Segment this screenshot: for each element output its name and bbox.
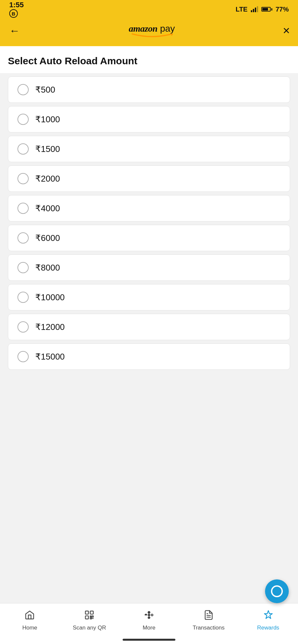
options-container: ₹500₹1000₹1500₹2000₹4000₹6000₹8000₹10000… [0, 73, 298, 577]
battery-label: 77% [276, 6, 289, 13]
radio-button-3[interactable] [17, 143, 29, 155]
transactions-icon [203, 610, 214, 623]
option-item-5[interactable]: ₹4000 [8, 195, 290, 221]
nav-item-more[interactable]: More [119, 610, 179, 631]
option-label-9: ₹12000 [35, 322, 65, 332]
network-label: LTE [236, 6, 248, 13]
home-icon [24, 610, 35, 623]
option-item-8[interactable]: ₹10000 [8, 284, 290, 310]
radio-button-2[interactable] [17, 114, 29, 125]
option-label-4: ₹2000 [35, 174, 60, 184]
radio-button-4[interactable] [17, 173, 29, 184]
amazon-smile-icon [129, 33, 175, 38]
radio-button-8[interactable] [17, 292, 29, 303]
back-button[interactable]: ← [8, 23, 21, 38]
svg-point-6 [148, 617, 150, 618]
nav-label-scan: Scan any QR [73, 625, 106, 631]
svg-point-4 [148, 611, 150, 613]
option-label-3: ₹1500 [35, 144, 60, 154]
alexa-icon [271, 585, 283, 597]
radio-button-10[interactable] [17, 351, 29, 362]
scan-icon [84, 610, 95, 623]
close-button[interactable]: ✕ [283, 25, 290, 36]
svg-rect-2 [90, 611, 93, 614]
radio-button-9[interactable] [17, 321, 29, 333]
header: ← amazon pay ✕ [0, 18, 298, 46]
page-title: Select Auto Reload Amount [8, 55, 290, 67]
status-bar: 1:55 B LTE 77% [0, 0, 298, 18]
home-indicator [0, 636, 298, 644]
bottom-nav: Home Scan any QR More [0, 603, 298, 636]
option-item-2[interactable]: ₹1000 [8, 106, 290, 132]
option-label-6: ₹6000 [35, 233, 60, 243]
svg-rect-1 [85, 611, 88, 614]
option-label-5: ₹4000 [35, 203, 60, 214]
option-item-10[interactable]: ₹15000 [8, 343, 290, 370]
nav-item-scan[interactable]: Scan any QR [60, 610, 119, 631]
battery-icon [261, 7, 272, 12]
nav-label-more: More [143, 625, 156, 631]
nav-item-rewards[interactable]: Rewards [238, 610, 298, 631]
status-right: LTE 77% [236, 6, 289, 13]
alexa-fab-button[interactable] [265, 579, 289, 603]
option-item-7[interactable]: ₹8000 [8, 254, 290, 281]
more-icon [144, 610, 154, 623]
signal-icon [251, 6, 258, 12]
b-icon: B [9, 9, 18, 18]
status-time: 1:55 B [9, 1, 28, 18]
nav-label-transactions: Transactions [193, 625, 224, 631]
option-label-10: ₹15000 [35, 352, 65, 362]
logo-pay-text: pay [158, 23, 175, 34]
nav-item-home[interactable]: Home [0, 610, 60, 631]
option-label-2: ₹1000 [35, 114, 60, 125]
option-item-1[interactable]: ₹500 [8, 76, 290, 103]
svg-rect-3 [85, 616, 88, 619]
option-item-6[interactable]: ₹6000 [8, 225, 290, 251]
option-item-4[interactable]: ₹2000 [8, 165, 290, 192]
home-indicator-bar [123, 639, 175, 641]
svg-point-5 [148, 614, 150, 616]
option-label-8: ₹10000 [35, 292, 65, 303]
nav-item-transactions[interactable]: Transactions [179, 610, 238, 631]
rewards-icon [263, 610, 274, 623]
radio-button-5[interactable] [17, 203, 29, 214]
option-item-9[interactable]: ₹12000 [8, 314, 290, 340]
nav-label-home: Home [22, 625, 37, 631]
radio-button-1[interactable] [17, 84, 29, 95]
svg-marker-0 [170, 34, 173, 36]
logo-amazon-text: amazon [129, 23, 157, 34]
radio-button-6[interactable] [17, 232, 29, 244]
option-label-7: ₹8000 [35, 263, 60, 273]
fab-area [0, 577, 298, 603]
amazon-pay-logo: amazon pay [129, 23, 175, 38]
page-title-area: Select Auto Reload Amount [0, 46, 298, 73]
nav-label-rewards: Rewards [257, 625, 279, 631]
radio-button-7[interactable] [17, 262, 29, 273]
option-item-3[interactable]: ₹1500 [8, 136, 290, 162]
option-label-1: ₹500 [35, 85, 55, 95]
